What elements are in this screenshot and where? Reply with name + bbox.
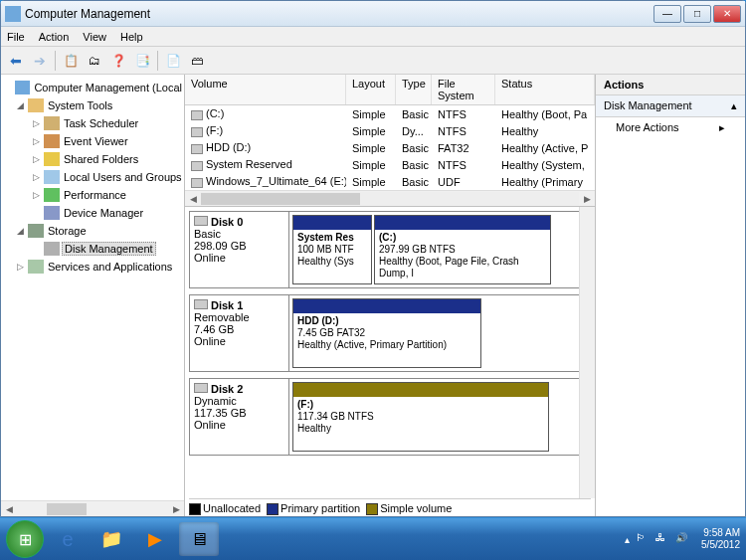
tree-item[interactable]: Device Manager xyxy=(62,207,145,219)
tree-item[interactable]: Event Viewer xyxy=(62,135,130,147)
legend-simple-sw xyxy=(366,503,378,515)
vollist-hscroll[interactable]: ◀▶ xyxy=(185,190,595,206)
scheduler-icon xyxy=(44,116,60,130)
tree-item[interactable]: Performance xyxy=(62,189,128,201)
actions-more[interactable]: More Actions▸ xyxy=(596,117,745,138)
tree-services[interactable]: Services and Applications xyxy=(46,261,174,273)
tree-systools[interactable]: System Tools xyxy=(46,99,114,111)
col-fs[interactable]: File System xyxy=(432,75,495,104)
tree-diskmgmt[interactable]: Disk Management xyxy=(62,242,156,256)
tray-time: 9:58 AM xyxy=(701,527,740,539)
volume-row[interactable]: System ReservedSimpleBasicNTFSHealthy (S… xyxy=(185,156,595,173)
tray-flag-icon[interactable]: 🏳 xyxy=(636,532,650,546)
toolbar-icon[interactable]: 🗂 xyxy=(84,50,105,72)
menu-file[interactable]: File xyxy=(7,31,25,43)
volume-row[interactable]: (F:)SimpleDy...NTFSHealthy xyxy=(185,122,595,139)
maximize-button[interactable]: □ xyxy=(683,5,711,23)
app-icon xyxy=(5,6,21,22)
start-button[interactable]: ⊞ xyxy=(6,520,44,558)
volume-row[interactable]: Windows_7_Ultimate_64 (E:)SimpleBasicUDF… xyxy=(185,173,595,190)
partition-area: HDD (D:)7.45 GB FAT32Healthy (Active, Pr… xyxy=(289,295,590,371)
tree-item[interactable]: Task Scheduler xyxy=(62,117,140,129)
content-area: Computer Management (Local ◢System Tools… xyxy=(1,75,745,516)
col-status[interactable]: Status xyxy=(495,75,595,104)
back-button[interactable]: ⬅ xyxy=(5,50,27,72)
legend-simple: Simple volume xyxy=(380,502,452,514)
disk-row[interactable]: Disk 1Removable7.46 GBOnlineHDD (D:)7.45… xyxy=(189,294,591,372)
actions-header: Actions xyxy=(596,75,745,95)
device-icon xyxy=(44,206,60,220)
tray-up-icon[interactable]: ▴ xyxy=(625,534,630,545)
taskbar-explorer[interactable]: 📁 xyxy=(92,522,131,556)
toolbar-icon[interactable]: 📋 xyxy=(60,50,82,72)
drive-icon xyxy=(191,178,203,188)
taskbar-ie[interactable]: e xyxy=(48,522,88,556)
legend-unalloc-sw xyxy=(189,503,201,515)
taskbar-media[interactable]: ▶ xyxy=(135,522,175,556)
partition[interactable]: (C:)297.99 GB NTFSHealthy (Boot, Page Fi… xyxy=(374,215,551,284)
disk-info: Disk 1Removable7.46 GBOnline xyxy=(190,295,289,371)
chevron-right-icon: ▸ xyxy=(719,121,725,134)
disk-vscroll[interactable] xyxy=(579,207,595,498)
actions-pane: Actions Disk Management▴ More Actions▸ xyxy=(596,75,745,516)
menu-action[interactable]: Action xyxy=(39,31,70,43)
tray-network-icon[interactable]: 🖧 xyxy=(655,532,669,546)
disk-panel: Volume Layout Type File System Status (C… xyxy=(185,75,596,516)
actions-section[interactable]: Disk Management▴ xyxy=(596,95,745,117)
volume-header[interactable]: Volume Layout Type File System Status xyxy=(185,75,595,105)
tray-date: 5/5/2012 xyxy=(701,539,740,551)
legend-primary: Primary partition xyxy=(280,502,360,514)
forward-button[interactable]: ➔ xyxy=(29,50,51,72)
volume-row[interactable]: (C:)SimpleBasicNTFSHealthy (Boot, Pa xyxy=(185,105,595,122)
users-icon xyxy=(44,170,60,184)
tree-item[interactable]: Shared Folders xyxy=(62,153,140,165)
col-type[interactable]: Type xyxy=(396,75,432,104)
close-button[interactable]: ✕ xyxy=(713,5,741,23)
event-icon xyxy=(44,134,60,148)
tree-storage[interactable]: Storage xyxy=(46,225,89,237)
perf-icon xyxy=(44,188,60,202)
diskmgmt-icon xyxy=(44,242,60,256)
legend: Unallocated Primary partition Simple vol… xyxy=(189,498,591,516)
taskbar[interactable]: ⊞ e 📁 ▶ 🖥 ▴ 🏳 🖧 🔊 9:58 AM 5/5/2012 xyxy=(0,518,746,560)
volume-list[interactable]: Volume Layout Type File System Status (C… xyxy=(185,75,595,207)
partition[interactable]: System Res100 MB NTFHealthy (Sys xyxy=(292,215,372,284)
menu-view[interactable]: View xyxy=(83,31,106,43)
app-window: Computer Management — □ ✕ File Action Vi… xyxy=(0,0,746,517)
nav-tree[interactable]: Computer Management (Local ◢System Tools… xyxy=(1,75,185,516)
col-volume[interactable]: Volume xyxy=(185,75,346,104)
volume-row[interactable]: HDD (D:)SimpleBasicFAT32Healthy (Active,… xyxy=(185,139,595,156)
drive-icon xyxy=(191,144,203,154)
toolbar-icon[interactable]: ❓ xyxy=(107,50,129,72)
tray-clock[interactable]: 9:58 AM 5/5/2012 xyxy=(701,527,740,551)
window-title: Computer Management xyxy=(25,7,653,21)
tree-hscroll[interactable]: ◀▶ xyxy=(1,500,184,516)
partition[interactable]: HDD (D:)7.45 GB FAT32Healthy (Active, Pr… xyxy=(292,298,481,368)
drive-icon xyxy=(191,127,203,137)
menu-help[interactable]: Help xyxy=(120,31,143,43)
legend-primary-sw xyxy=(267,503,279,515)
col-layout[interactable]: Layout xyxy=(346,75,396,104)
taskbar-compmgmt[interactable]: 🖥 xyxy=(179,522,219,556)
toolbar-icon[interactable]: 🗃 xyxy=(186,50,208,72)
disk-info: Disk 2Dynamic117.35 GBOnline xyxy=(190,379,289,455)
storage-icon xyxy=(28,224,44,238)
disk-row[interactable]: Disk 0Basic298.09 GBOnlineSystem Res100 … xyxy=(189,211,591,288)
menubar: File Action View Help xyxy=(1,27,745,47)
titlebar[interactable]: Computer Management — □ ✕ xyxy=(1,1,745,27)
drive-icon xyxy=(191,110,203,120)
toolbar-icon[interactable]: 📄 xyxy=(162,50,184,72)
partition[interactable]: (F:)117.34 GB NTFSHealthy xyxy=(292,382,549,452)
disk-row[interactable]: Disk 2Dynamic117.35 GBOnline(F:)117.34 G… xyxy=(189,378,591,456)
disk-graphical[interactable]: Disk 0Basic298.09 GBOnlineSystem Res100 … xyxy=(185,207,595,516)
tree-item[interactable]: Local Users and Groups xyxy=(62,171,184,183)
partition-area: (F:)117.34 GB NTFSHealthy xyxy=(289,379,590,455)
tools-icon xyxy=(28,98,44,112)
minimize-button[interactable]: — xyxy=(653,5,681,23)
tree-root[interactable]: Computer Management (Local xyxy=(32,82,184,93)
toolbar-icon[interactable]: 📑 xyxy=(131,50,153,72)
tray-volume-icon[interactable]: 🔊 xyxy=(675,532,689,546)
computer-icon xyxy=(15,81,30,94)
folder-icon xyxy=(44,152,60,166)
system-tray[interactable]: ▴ 🏳 🖧 🔊 9:58 AM 5/5/2012 xyxy=(625,527,740,551)
